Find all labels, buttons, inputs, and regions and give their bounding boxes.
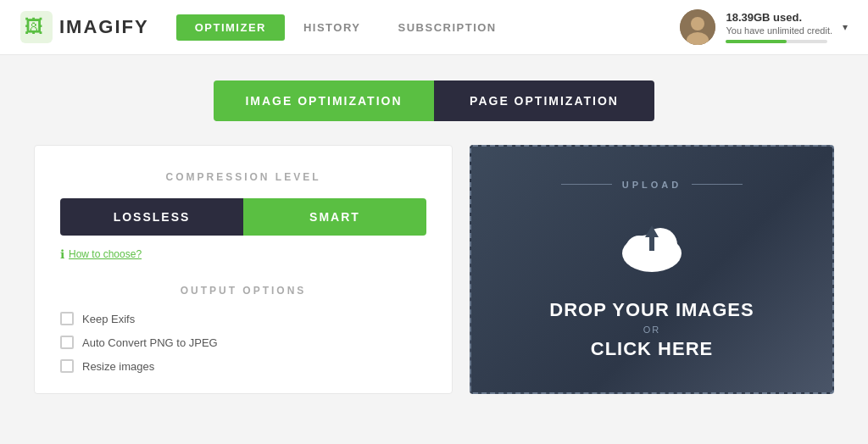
header: 🖼 IMAGIFY OPTIMIZER HISTORY SUBSCRIPTION… xyxy=(0,0,868,55)
checkbox-keep-exifs-label: Keep Exifs xyxy=(82,313,135,325)
output-options-title: OUTPUT OPTIONS xyxy=(60,285,426,297)
click-here-text: CLICK HERE xyxy=(591,338,713,360)
nav-subscription[interactable]: SUBSCRIPTION xyxy=(380,14,515,41)
tabs-container: IMAGE OPTIMIZATION PAGE OPTIMIZATION xyxy=(34,80,834,121)
tab-page-optimization[interactable]: PAGE OPTIMIZATION xyxy=(434,80,654,121)
checkbox-auto-convert-label: Auto Convert PNG to JPEG xyxy=(82,336,218,349)
storage-bar xyxy=(726,40,827,43)
nav-history[interactable]: HISTORY xyxy=(285,14,380,41)
user-info: 18.39GB used. You have unlimited credit. xyxy=(726,11,832,43)
upload-label: UPLOAD xyxy=(561,180,743,190)
storage-used-text: 18.39GB used. xyxy=(726,11,832,24)
avatar xyxy=(680,9,715,45)
list-item: Resize images xyxy=(60,359,426,373)
tab-image-optimization[interactable]: IMAGE OPTIMIZATION xyxy=(214,80,434,121)
svg-text:🖼: 🖼 xyxy=(25,16,43,37)
svg-point-3 xyxy=(691,17,704,31)
checkbox-keep-exifs[interactable] xyxy=(60,312,74,325)
optimization-tabs: IMAGE OPTIMIZATION PAGE OPTIMIZATION xyxy=(214,80,654,121)
list-item: Auto Convert PNG to JPEG xyxy=(60,336,426,349)
main-content: IMAGE OPTIMIZATION PAGE OPTIMIZATION COM… xyxy=(0,55,868,411)
checkbox-resize-images-label: Resize images xyxy=(82,360,154,373)
nav-optimizer[interactable]: OPTIMIZER xyxy=(176,14,285,41)
btn-smart[interactable]: SMART xyxy=(243,198,426,236)
checkbox-resize-images[interactable] xyxy=(60,359,74,373)
main-nav: OPTIMIZER HISTORY SUBSCRIPTION xyxy=(176,14,681,41)
cloud-upload-icon xyxy=(614,215,690,282)
left-panel: COMPRESSION LEVEL LOSSLESS SMART ℹ How t… xyxy=(34,145,453,394)
info-icon: ℹ xyxy=(60,247,64,261)
how-to-choose-link[interactable]: How to choose? xyxy=(69,248,142,260)
logo: 🖼 IMAGIFY xyxy=(20,11,149,43)
output-options-list: Keep Exifs Auto Convert PNG to JPEG Resi… xyxy=(60,312,426,373)
drop-text: DROP YOUR IMAGES xyxy=(549,299,754,321)
compression-level-title: COMPRESSION LEVEL xyxy=(60,171,426,183)
list-item: Keep Exifs xyxy=(60,312,426,325)
logo-text: IMAGIFY xyxy=(59,16,149,38)
upload-panel[interactable]: UPLOAD DROP YOUR IMAGES OR CLICK HERE xyxy=(470,145,834,394)
credit-text: You have unlimited credit. xyxy=(726,25,832,36)
content-area: COMPRESSION LEVEL LOSSLESS SMART ℹ How t… xyxy=(34,145,834,394)
storage-bar-fill xyxy=(726,40,787,43)
header-user-area: 18.39GB used. You have unlimited credit.… xyxy=(680,9,848,45)
btn-lossless[interactable]: LOSSLESS xyxy=(60,198,243,236)
or-text: OR xyxy=(643,325,661,335)
compression-buttons: LOSSLESS SMART xyxy=(60,198,426,236)
logo-icon: 🖼 xyxy=(20,11,53,43)
user-dropdown-arrow[interactable]: ▾ xyxy=(843,21,848,33)
checkbox-auto-convert[interactable] xyxy=(60,336,74,349)
how-to-choose: ℹ How to choose? xyxy=(60,247,426,261)
